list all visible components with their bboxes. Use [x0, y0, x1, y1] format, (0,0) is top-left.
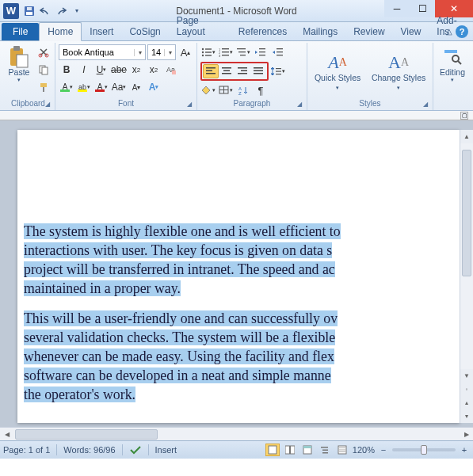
- bullets-button[interactable]: ▾: [200, 44, 216, 60]
- highlight-color-button[interactable]: A▾: [59, 79, 74, 95]
- document-page[interactable]: The system is highly flexible one and is…: [17, 130, 460, 423]
- underline-button[interactable]: U▾: [93, 62, 109, 78]
- tab-insert[interactable]: Insert: [82, 23, 121, 40]
- outline-view-button[interactable]: [318, 444, 332, 456]
- page-indicator[interactable]: Page: 1 of 1: [3, 445, 50, 455]
- change-case-button[interactable]: Aa▾: [111, 79, 127, 95]
- justify-button[interactable]: [250, 64, 266, 78]
- align-left-button[interactable]: [203, 64, 219, 78]
- zoom-level[interactable]: 120%: [353, 445, 375, 455]
- numbering-button[interactable]: 123▾: [218, 44, 234, 60]
- italic-button[interactable]: I: [76, 62, 92, 78]
- draft-view-button[interactable]: [335, 444, 349, 456]
- svg-rect-48: [276, 71, 281, 72]
- selected-text[interactable]: whenever can be made easy. Using the fac…: [24, 348, 334, 364]
- font-size-combo[interactable]: 14 ▾: [147, 44, 176, 60]
- dialog-launcher-icon[interactable]: ◢: [45, 101, 53, 109]
- tab-page-layout[interactable]: Page Layout: [169, 12, 231, 40]
- strikethrough-button[interactable]: abe: [111, 62, 127, 78]
- selected-text[interactable]: interactions with user. The key focus is…: [24, 242, 332, 258]
- clear-format-button[interactable]: Aa: [163, 62, 179, 78]
- text-effects-button[interactable]: A▾: [146, 79, 162, 95]
- save-icon[interactable]: [22, 4, 36, 18]
- quick-styles-button[interactable]: AA Quick Styles ▾: [311, 50, 364, 93]
- zoom-slider[interactable]: [392, 448, 456, 451]
- chevron-down-icon[interactable]: ▾: [134, 49, 145, 56]
- shading-button[interactable]: ▾: [200, 82, 216, 98]
- decrease-indent-button[interactable]: [253, 44, 269, 60]
- multilevel-list-button[interactable]: ▾: [235, 44, 251, 60]
- redo-icon[interactable]: [54, 4, 68, 18]
- insert-mode[interactable]: Insert: [155, 445, 177, 455]
- selected-text[interactable]: maintained in a proper way.: [24, 280, 181, 296]
- full-screen-view-button[interactable]: [283, 444, 297, 456]
- spellcheck-icon[interactable]: [129, 444, 142, 455]
- tab-references[interactable]: References: [231, 23, 295, 40]
- align-center-button[interactable]: [219, 64, 235, 78]
- zoom-thumb[interactable]: [421, 445, 427, 455]
- cut-button[interactable]: [36, 44, 51, 60]
- help-icon[interactable]: ?: [456, 25, 468, 38]
- tab-cosign[interactable]: CoSign: [121, 23, 168, 40]
- print-layout-view-button[interactable]: [265, 444, 280, 456]
- vertical-scrollbar[interactable]: ▲ ▼ ◦ ▴ ▾: [460, 130, 473, 423]
- ruler-toggle-icon[interactable]: ▢: [460, 112, 468, 120]
- qat-customize-icon[interactable]: ▾: [70, 4, 84, 18]
- scroll-down-icon[interactable]: ▼: [460, 369, 473, 383]
- scroll-thumb[interactable]: [462, 150, 471, 276]
- subscript-button[interactable]: x2: [128, 62, 144, 78]
- text-highlight-button[interactable]: ab▾: [76, 79, 92, 95]
- web-layout-view-button[interactable]: [300, 444, 315, 456]
- dialog-launcher-icon[interactable]: ◢: [423, 101, 431, 109]
- file-tab[interactable]: File: [2, 23, 39, 40]
- show-hide-marks-button[interactable]: ¶: [253, 82, 269, 98]
- align-right-button[interactable]: [235, 64, 250, 78]
- scroll-track[interactable]: [13, 428, 460, 441]
- bold-button[interactable]: B: [59, 62, 74, 78]
- scroll-left-icon[interactable]: ◀: [0, 428, 13, 441]
- dialog-launcher-icon[interactable]: ◢: [297, 101, 305, 109]
- chevron-down-icon[interactable]: ▾: [164, 49, 175, 56]
- selected-text[interactable]: project will be transferred in intranet.…: [24, 261, 335, 277]
- increase-indent-button[interactable]: [270, 44, 286, 60]
- selected-text[interactable]: the operator's work.: [24, 387, 135, 402]
- tab-view[interactable]: View: [393, 23, 429, 40]
- selected-text[interactable]: software can be developed in a neat and …: [24, 367, 331, 383]
- scroll-thumb[interactable]: [15, 429, 158, 440]
- scroll-up-icon[interactable]: ▲: [460, 130, 473, 143]
- format-painter-button[interactable]: [36, 79, 51, 95]
- selected-text[interactable]: This will be a user-friendly one and can…: [24, 310, 338, 326]
- tab-review[interactable]: Review: [345, 23, 392, 40]
- dialog-launcher-icon[interactable]: ◢: [187, 101, 195, 109]
- selected-text[interactable]: several validation checks. The system wi…: [24, 329, 335, 345]
- sort-button[interactable]: AZ: [235, 82, 251, 98]
- change-styles-button[interactable]: AA Change Styles ▾: [368, 50, 429, 93]
- line-spacing-button[interactable]: ▾: [270, 63, 286, 79]
- browse-object-icon[interactable]: ◦: [460, 383, 473, 396]
- tab-home[interactable]: Home: [39, 22, 82, 41]
- grow-font-button[interactable]: A▴: [177, 44, 193, 60]
- horizontal-scrollbar[interactable]: ◀ ▶: [0, 427, 473, 440]
- selected-text[interactable]: The system is highly flexible one and is…: [24, 223, 341, 239]
- scroll-track[interactable]: [460, 143, 473, 369]
- zoom-out-button[interactable]: −: [378, 444, 389, 455]
- editing-button[interactable]: Editing ▾: [437, 44, 468, 85]
- prev-page-icon[interactable]: ▴: [460, 396, 473, 409]
- superscript-button[interactable]: x2: [146, 62, 162, 78]
- font-color-button[interactable]: A▾: [93, 79, 109, 95]
- undo-icon[interactable]: [38, 4, 52, 18]
- word-count[interactable]: Words: 96/96: [63, 445, 115, 455]
- font-family-combo[interactable]: Book Antiqua ▾: [59, 44, 146, 60]
- minimize-button[interactable]: ─: [384, 0, 410, 17]
- svg-rect-34: [277, 55, 283, 55]
- paste-button[interactable]: Paste ▾: [5, 44, 33, 85]
- next-page-icon[interactable]: ▾: [460, 409, 473, 423]
- document-body[interactable]: The system is highly flexible one and is…: [17, 130, 460, 421]
- scroll-right-icon[interactable]: ▶: [460, 428, 473, 441]
- borders-button[interactable]: ▾: [218, 82, 234, 98]
- minimize-ribbon-icon[interactable]: △: [446, 27, 452, 36]
- copy-button[interactable]: [36, 62, 51, 78]
- tab-mailings[interactable]: Mailings: [295, 23, 345, 40]
- zoom-in-button[interactable]: +: [459, 444, 470, 455]
- shrink-font-button[interactable]: A▾: [128, 79, 144, 95]
